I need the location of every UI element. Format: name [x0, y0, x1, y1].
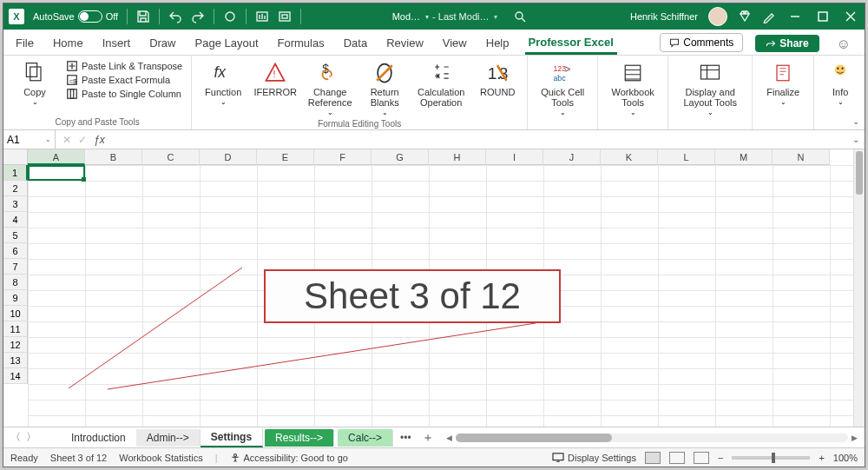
- col-header[interactable]: J: [543, 149, 601, 165]
- change-reference-button[interactable]: $Change Reference⌄: [305, 58, 355, 117]
- row-header[interactable]: 8: [3, 275, 28, 290]
- tab-help[interactable]: Help: [483, 33, 513, 55]
- row-header[interactable]: 4: [3, 212, 28, 228]
- tab-draw[interactable]: Draw: [146, 33, 179, 55]
- view-normal-icon[interactable]: [645, 452, 661, 464]
- paste-exact-formula[interactable]: =$Paste Exact Formula: [66, 74, 182, 86]
- tab-professor-excel[interactable]: Professor Excel: [525, 32, 617, 55]
- display-settings[interactable]: Display Settings: [552, 453, 636, 463]
- copy-button[interactable]: Copy ⌄: [12, 58, 57, 107]
- autosave-toggle[interactable]: AutoSave Off: [33, 10, 118, 23]
- close-button[interactable]: [842, 11, 859, 22]
- iferror-button[interactable]: !IFERROR: [254, 58, 296, 97]
- undo-icon[interactable]: [168, 10, 182, 23]
- diamond-icon[interactable]: [738, 10, 752, 23]
- row-header[interactable]: 11: [3, 321, 28, 337]
- add-sheet-icon[interactable]: ＋: [417, 430, 439, 446]
- view-page-layout-icon[interactable]: [669, 452, 685, 464]
- save-icon[interactable]: [136, 10, 150, 23]
- row-header[interactable]: 10: [3, 306, 28, 321]
- search-icon[interactable]: [513, 10, 527, 23]
- formula-strip[interactable]: ✕ ✓ ƒx: [56, 134, 847, 146]
- document-name[interactable]: Mod…: [392, 11, 429, 22]
- sheet-tab-settings[interactable]: Settings: [201, 428, 263, 447]
- tab-review[interactable]: Review: [383, 33, 427, 55]
- zoom-slider[interactable]: [732, 456, 810, 460]
- expand-formula-bar-icon[interactable]: ⌄: [847, 135, 865, 144]
- col-header[interactable]: B: [85, 149, 142, 165]
- select-all-corner[interactable]: [3, 149, 28, 165]
- col-header[interactable]: L: [658, 149, 715, 165]
- col-header[interactable]: M: [715, 149, 773, 165]
- col-header[interactable]: H: [429, 149, 486, 165]
- feedback-icon[interactable]: ☺: [837, 36, 851, 52]
- status-workbook-stats[interactable]: Workbook Statistics: [119, 453, 202, 463]
- col-header[interactable]: F: [314, 149, 372, 165]
- col-header[interactable]: D: [200, 149, 257, 165]
- row-header[interactable]: 1: [3, 165, 28, 181]
- cancel-formula-icon[interactable]: ✕: [62, 134, 71, 146]
- qat-icon-1[interactable]: [223, 10, 237, 23]
- return-blanks-button[interactable]: Return Blanks⌄: [364, 58, 405, 117]
- function-button[interactable]: fxFunction⌄: [201, 58, 246, 107]
- tab-formulas[interactable]: Formulas: [274, 33, 328, 55]
- tab-home[interactable]: Home: [49, 33, 87, 55]
- display-layout-tools-button[interactable]: Display and Layout Tools⌄: [677, 58, 743, 117]
- cells-area[interactable]: Sheet 3 of 12: [28, 165, 853, 427]
- sheet-tab-calc[interactable]: Calc-->: [338, 429, 393, 447]
- comments-button[interactable]: Comments: [660, 33, 743, 52]
- view-page-break-icon[interactable]: [694, 452, 709, 464]
- col-header[interactable]: N: [773, 149, 830, 165]
- tab-file[interactable]: File: [12, 33, 37, 55]
- tab-insert[interactable]: Insert: [99, 33, 135, 55]
- row-header[interactable]: 5: [3, 228, 28, 243]
- tab-data[interactable]: Data: [340, 33, 371, 55]
- user-avatar[interactable]: [708, 7, 727, 26]
- sheet-tab-admin[interactable]: Admin-->: [136, 429, 201, 447]
- zoom-level[interactable]: 100%: [833, 453, 858, 463]
- horizontal-scrollbar[interactable]: ◀ ▶: [439, 434, 865, 442]
- row-header[interactable]: 12: [3, 337, 28, 353]
- minimize-button[interactable]: [786, 11, 804, 22]
- last-modified-dropdown[interactable]: - Last Modi…: [432, 11, 497, 22]
- row-header[interactable]: 7: [3, 259, 28, 275]
- row-header[interactable]: 2: [3, 181, 28, 196]
- prev-sheet-icon[interactable]: 〈: [10, 430, 21, 445]
- next-sheet-icon[interactable]: 〉: [26, 430, 36, 445]
- finalize-button[interactable]: Finalize⌄: [761, 58, 805, 107]
- row-header[interactable]: 9: [3, 290, 28, 306]
- paste-link-transpose[interactable]: Paste Link & Transpose: [66, 60, 182, 72]
- zoom-out-icon[interactable]: −: [718, 453, 723, 463]
- share-button[interactable]: Share: [755, 35, 819, 52]
- col-header[interactable]: A: [28, 149, 85, 165]
- calculation-operation-button[interactable]: Calculation Operation: [414, 58, 468, 108]
- col-header[interactable]: I: [486, 149, 543, 165]
- zoom-in-icon[interactable]: +: [819, 453, 824, 463]
- paste-single-column[interactable]: Paste to Single Column: [66, 88, 182, 100]
- vertical-scrollbar[interactable]: [853, 149, 865, 427]
- quick-cell-tools-button[interactable]: 123abcQuick Cell Tools⌄: [536, 58, 589, 117]
- tab-page-layout[interactable]: Page Layout: [192, 33, 262, 55]
- more-sheets-icon[interactable]: •••: [395, 432, 417, 444]
- round-button[interactable]: 1.3ROUND: [477, 58, 518, 97]
- col-header[interactable]: E: [257, 149, 314, 165]
- tab-view[interactable]: View: [439, 33, 470, 55]
- row-header[interactable]: 3: [3, 196, 28, 212]
- status-accessibility[interactable]: Accessibility: Good to go: [230, 453, 348, 463]
- qat-icon-3[interactable]: [278, 10, 292, 23]
- collapse-ribbon-icon[interactable]: ⌄: [852, 116, 859, 126]
- row-header[interactable]: 6: [3, 243, 28, 259]
- qat-icon-2[interactable]: [255, 10, 269, 23]
- info-button[interactable]: Info⌄: [823, 58, 858, 107]
- sheet-tab-introduction[interactable]: Introduction: [61, 429, 136, 447]
- row-header[interactable]: 14: [3, 368, 28, 384]
- row-header[interactable]: 13: [3, 353, 28, 368]
- enter-formula-icon[interactable]: ✓: [78, 134, 87, 146]
- maximize-button[interactable]: [814, 11, 832, 22]
- pen-icon[interactable]: [762, 10, 776, 23]
- col-header[interactable]: C: [142, 149, 200, 165]
- fx-icon[interactable]: ƒx: [94, 134, 105, 146]
- redo-icon[interactable]: [191, 10, 205, 23]
- sheet-tab-results[interactable]: Results-->: [265, 429, 334, 447]
- col-header[interactable]: G: [372, 149, 429, 165]
